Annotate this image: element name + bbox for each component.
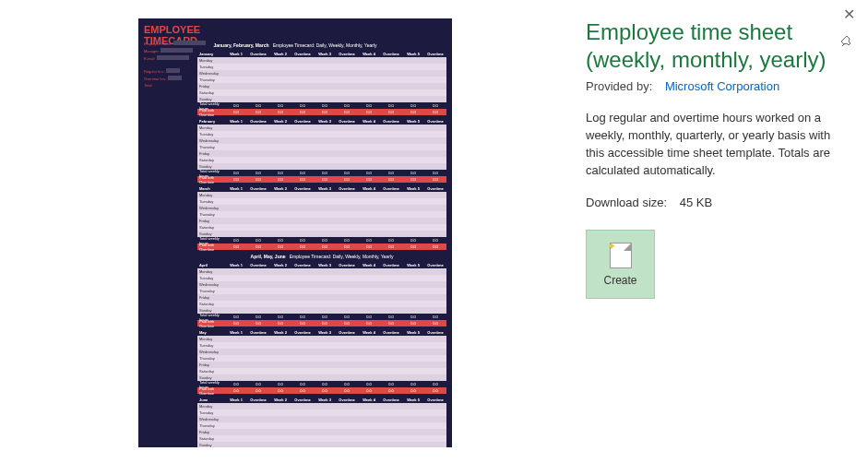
- month-block: AprilWeek 1OvertimeWeek 2OvertimeWeek 3O…: [197, 262, 446, 326]
- create-button[interactable]: ✦ Create: [586, 230, 655, 299]
- provided-by-row: Provided by: Microsoft Corporation: [586, 79, 836, 93]
- close-button[interactable]: ✕: [838, 4, 861, 25]
- download-size-value: 45 KB: [680, 196, 712, 209]
- provided-by-link[interactable]: Microsoft Corporation: [665, 79, 779, 93]
- template-description: Log regular and overtime hours worked on…: [586, 110, 836, 179]
- template-preview-image: EMPLOYEE TIMECARD Employee Name: Manager…: [138, 18, 452, 447]
- preview-meta: Employee Name: Manager: E-mail: Regular …: [144, 41, 206, 89]
- month-block: JuneWeek 1OvertimeWeek 2OvertimeWeek 3Ov…: [197, 397, 446, 447]
- quarter-header: April, May, June Employee Timecard: Dail…: [197, 254, 446, 259]
- month-block: MayWeek 1OvertimeWeek 2OvertimeWeek 3Ove…: [197, 329, 446, 394]
- preview-title-1: EMPLOYEE: [144, 24, 446, 35]
- template-title: Employee time sheet (weekly, monthly, ye…: [586, 18, 836, 74]
- download-label: Download size:: [586, 196, 667, 209]
- pin-icon: [840, 35, 853, 48]
- month-block: FebruaryWeek 1OvertimeWeek 2OvertimeWeek…: [197, 118, 446, 183]
- template-preview-panel: EMPLOYEE TIMECARD Employee Name: Manager…: [0, 0, 461, 463]
- sparkle-icon: ✦: [607, 240, 616, 253]
- create-document-icon: ✦: [610, 243, 632, 268]
- download-size-row: Download size: 45 KB: [586, 196, 836, 209]
- create-button-label: Create: [603, 274, 636, 287]
- provided-label: Provided by:: [586, 79, 652, 93]
- pin-button[interactable]: [838, 33, 855, 53]
- month-block: JanuaryWeek 1OvertimeWeek 2OvertimeWeek …: [197, 51, 446, 115]
- month-block: MarchWeek 1OvertimeWeek 2OvertimeWeek 3O…: [197, 185, 446, 250]
- template-info-panel: Employee time sheet (weekly, monthly, ye…: [461, 0, 868, 463]
